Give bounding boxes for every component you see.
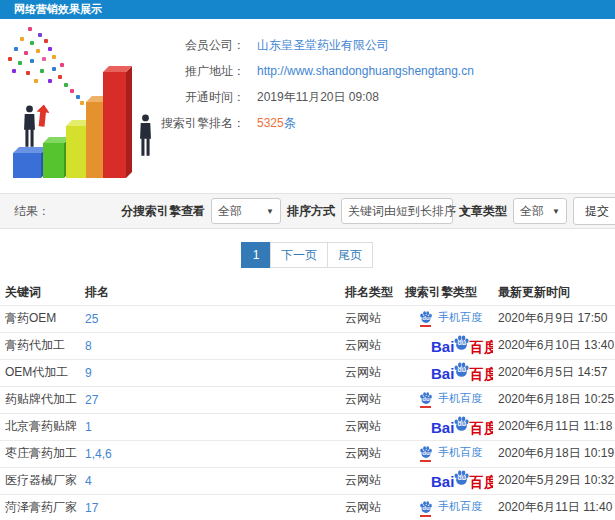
rank-link[interactable]: 9 (85, 366, 92, 380)
baidu-paw-icon: du (419, 500, 433, 514)
updated-cell: 2020年6月9日 17:50 (493, 305, 615, 332)
engine-cell: du手机百度 (400, 386, 493, 413)
baidu-paw-icon: du (453, 469, 470, 486)
baidu-logo[interactable]: Baidu百度 (431, 418, 493, 435)
mobile-baidu-logo[interactable]: du手机百度 (419, 445, 482, 460)
rank-cell: 17 (80, 494, 340, 520)
filter-controls: 分搜索引擎查看 全部 ▼ 排序方式 关键词由短到长排序 ▼ 文章类型 全部 ▼ … (121, 197, 615, 225)
sort-filter-select[interactable]: 关键词由短到长排序 ▼ (341, 198, 453, 224)
engine-cell: Baidu百度 (400, 413, 493, 440)
pagination: 1 下一页 尾页 (242, 242, 373, 268)
engine-rank-value[interactable]: 5325条 (257, 115, 296, 132)
updated-cell: 2020年6月10日 13:40 (493, 332, 615, 359)
chevron-down-icon: ▼ (266, 207, 274, 216)
engine-cell: Baidu百度 (400, 467, 493, 494)
engine-cell: Baidu百度 (400, 332, 493, 359)
confetti-dot (38, 33, 42, 37)
baidu-zh-text: 百度 (469, 367, 493, 381)
keyword-cell: 医疗器械厂家 (0, 467, 80, 494)
table-row: 菏泽膏药厂家17云网站du手机百度2020年6月11日 11:40 (0, 494, 615, 520)
baidu-zh-text: 百度 (469, 475, 493, 489)
confetti-dot (48, 47, 52, 51)
up-arrow-icon (35, 103, 51, 131)
rank-type-cell: 云网站 (340, 467, 400, 494)
sort-filter-value: 关键词由短到长排序 (348, 203, 456, 220)
rank-type-cell: 云网站 (340, 359, 400, 386)
mobile-baidu-logo[interactable]: du手机百度 (419, 391, 482, 406)
promo-url-value[interactable]: http://www.shandonghuangshengtang.cn (257, 64, 474, 78)
article-type-value: 全部 (520, 203, 544, 220)
table-row: 膏药OEM25云网站du手机百度2020年6月9日 17:50 (0, 305, 615, 332)
rank-link[interactable]: 25 (85, 312, 98, 326)
baidu-bai-text: Bai (431, 367, 454, 381)
rank-cell: 1 (80, 413, 340, 440)
info-section: 会员公司：山东皇圣堂药业有限公司推广地址：http://www.shandong… (0, 19, 615, 193)
rank-type-cell: 云网站 (340, 386, 400, 413)
businessman-figure (138, 111, 153, 165)
rank-link[interactable]: 8 (85, 339, 92, 353)
pagination-area: 1 下一页 尾页 (0, 229, 615, 281)
page-1-button[interactable]: 1 (241, 242, 271, 268)
growth-chart-illustration (0, 25, 200, 193)
rank-link[interactable]: 4 (85, 474, 92, 488)
updated-cell: 2020年6月11日 11:18 (493, 413, 615, 440)
chevron-down-icon: ▼ (552, 207, 560, 216)
mobile-baidu-label: 手机百度 (438, 445, 482, 460)
submit-button[interactable]: 提交 (573, 197, 615, 225)
red-underline (420, 406, 431, 408)
page-title: 网络营销效果展示 (14, 3, 102, 15)
red-underline (420, 515, 431, 517)
rank-cell: 1,4,6 (80, 440, 340, 467)
updated-cell: 2020年6月18日 10:25 (493, 386, 615, 413)
mobile-baidu-logo[interactable]: du手机百度 (419, 499, 482, 514)
keyword-cell: 膏药OEM (0, 305, 80, 332)
keyword-cell: 北京膏药贴牌 (0, 413, 80, 440)
last-page-button[interactable]: 尾页 (327, 242, 373, 268)
baidu-zh-text: 百度 (469, 340, 493, 354)
mobile-baidu-logo[interactable]: du手机百度 (419, 310, 482, 325)
page: 网络营销效果展示 会员公司：山东皇圣堂药业有限公司推广地址：http://www… (0, 0, 615, 520)
baidu-logo[interactable]: Baidu百度 (431, 337, 493, 354)
confetti-dot (48, 79, 52, 83)
confetti-dot (30, 59, 34, 63)
engine-filter-select[interactable]: 全部 ▼ (211, 198, 281, 224)
rank-link[interactable]: 27 (85, 393, 98, 407)
baidu-bai-text: Bai (431, 475, 454, 489)
confetti-dot (12, 69, 16, 73)
next-page-button[interactable]: 下一页 (270, 242, 328, 268)
engine-cell: Baidu百度 (400, 359, 493, 386)
rank-type-cell: 云网站 (340, 332, 400, 359)
baidu-logo[interactable]: Baidu百度 (431, 472, 493, 489)
rank-link[interactable]: 1 (85, 420, 92, 434)
keyword-cell: 药贴牌代加工 (0, 386, 80, 413)
confetti-dot (20, 37, 24, 41)
rank-type-cell: 云网站 (340, 440, 400, 467)
mobile-baidu-label: 手机百度 (438, 310, 482, 325)
table-row: 枣庄膏药加工1,4,6云网站du手机百度2020年6月18日 10:19 (0, 440, 615, 467)
keyword-cell: 枣庄膏药加工 (0, 440, 80, 467)
updated-cell: 2020年6月18日 10:19 (493, 440, 615, 467)
keyword-cell: OEM代加工 (0, 359, 80, 386)
engine-filter-label: 分搜索引擎查看 (121, 203, 205, 220)
member-company-value[interactable]: 山东皇圣堂药业有限公司 (257, 37, 389, 54)
article-type-select[interactable]: 全部 ▼ (513, 198, 567, 224)
rank-link[interactable]: 17 (85, 501, 98, 515)
keyword-cell: 膏药代加工 (0, 332, 80, 359)
table-header-row: 关键词排名排名类型搜索引擎类型最新更新时间 (0, 281, 615, 305)
red-underline (420, 325, 431, 327)
baidu-zh-text: 百度 (469, 421, 493, 435)
confetti-dot (42, 57, 46, 61)
column-header-2: 排名 (80, 281, 340, 305)
open-time-value: 2019年11月20日 09:08 (257, 89, 379, 106)
table-row: 药贴牌代加工27云网站du手机百度2020年6月18日 10:25 (0, 386, 615, 413)
rank-link[interactable]: 1,4,6 (85, 447, 112, 461)
confetti-dot (52, 67, 56, 71)
baidu-logo[interactable]: Baidu百度 (431, 364, 493, 381)
confetti-dot (14, 47, 18, 51)
baidu-paw-icon: du (419, 445, 433, 459)
mobile-baidu-label: 手机百度 (438, 391, 482, 406)
confetti-dot (70, 89, 74, 93)
baidu-bai-text: Bai (431, 421, 454, 435)
confetti-dot (18, 61, 22, 65)
result-label: 结果： (14, 203, 50, 220)
